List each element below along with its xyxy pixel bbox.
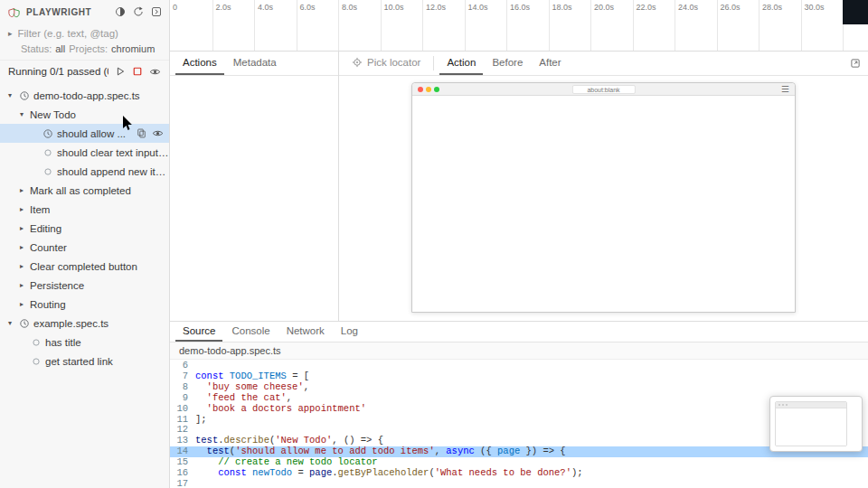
circle-icon [30, 357, 42, 366]
copy-icon[interactable] [137, 128, 146, 138]
tree-item-example-spec-ts[interactable]: ▾example.spec.ts [0, 314, 169, 333]
tab-label: Action [447, 57, 476, 68]
chevron-down-icon[interactable]: ▾ [17, 110, 26, 118]
timeline[interactable]: 02.0s4.0s6.0s8.0s10.0s12.0s14.0s16.0s18.… [170, 0, 868, 52]
tick-label: 24.0s [678, 3, 698, 12]
tree-item-label: get started link [45, 356, 169, 367]
code-editor[interactable]: 67const TODO_ITEMS = [8 'buy some cheese… [170, 360, 868, 488]
chevron-right-icon[interactable]: ▸ [17, 262, 26, 270]
tree-item-demo-todo-app-spec-ts[interactable]: ▾demo-todo-app.spec.ts [0, 86, 169, 105]
filter-input[interactable] [18, 28, 161, 39]
tree-item-new-todo[interactable]: ▾New Todo [0, 105, 169, 124]
tab-network[interactable]: Network [279, 322, 332, 342]
status-value[interactable]: all [55, 43, 65, 54]
playwright-logo-icon [7, 5, 21, 19]
filter-chevron-icon[interactable]: ▸ [8, 29, 13, 38]
snapshot-area: about:blank ☰ [339, 76, 868, 321]
chevron-right-icon[interactable]: ▸ [17, 243, 26, 251]
tab-label: Metadata [233, 57, 277, 68]
tree-item-counter[interactable]: ▸Counter [0, 238, 169, 257]
snapshot-preview-popup[interactable] [769, 396, 863, 452]
tree-item-should-clear-text-input-fiel[interactable]: should clear text input fiel... [0, 143, 169, 162]
line-number: 10 [170, 404, 195, 415]
chevron-right-icon[interactable]: ▸ [17, 300, 26, 308]
tick-label: 26.0s [721, 3, 741, 12]
tree-item-should-append-new-items[interactable]: should append new items... [0, 162, 169, 181]
tree-item-label: Clear completed button [30, 261, 169, 272]
popout-window-icon[interactable] [848, 52, 863, 75]
clock-icon [42, 128, 53, 139]
tick-label: 16.0s [510, 3, 530, 12]
tree-item-should-allow[interactable]: should allow ... [0, 124, 169, 143]
sidebar: PLAYWRIGHT ▸ Status: all Projects: chrom… [0, 0, 170, 488]
projects-value[interactable]: chromium [111, 43, 155, 54]
main-area: 02.0s4.0s6.0s8.0s10.0s12.0s14.0s16.0s18.… [170, 0, 868, 488]
run-all-play-icon[interactable] [115, 66, 126, 77]
chevron-down-icon[interactable]: ▾ [5, 319, 14, 327]
tab-label: Source [183, 325, 215, 336]
timeline-tick: 28.0s [759, 0, 801, 51]
chevron-right-icon[interactable]: ▸ [17, 205, 26, 213]
color-scheme-toggle-icon[interactable] [115, 6, 126, 17]
browser-page-blank [412, 96, 795, 312]
tree-item-label: demo-todo-app.spec.ts [33, 90, 169, 101]
browser-snapshot: about:blank ☰ [411, 82, 796, 313]
circle-icon [42, 167, 53, 176]
eye-icon[interactable] [152, 127, 164, 139]
tab-source[interactable]: Source [175, 322, 222, 342]
chevron-right-icon[interactable]: ▸ [17, 186, 26, 194]
tree-item-label: New Todo [30, 109, 169, 120]
tree-item-routing[interactable]: ▸Routing [0, 295, 169, 314]
chevron-right-icon[interactable]: ▸ [17, 224, 26, 232]
tab-label: Actions [183, 57, 217, 68]
tree-item-label: Routing [30, 299, 169, 310]
tree-item-label: Mark all as completed [30, 185, 169, 196]
chevron-down-icon[interactable]: ▾ [5, 91, 14, 99]
tab-after[interactable]: After [532, 52, 568, 75]
chevron-right-icon[interactable]: ▸ [17, 281, 26, 289]
tree-item-item[interactable]: ▸Item [0, 200, 169, 219]
timeline-tick: 22.0s [633, 0, 675, 51]
stop-icon[interactable] [132, 66, 143, 77]
code-line-10: 10 'book a doctors appointment' [170, 404, 868, 415]
tab-actions[interactable]: Actions [175, 52, 224, 75]
tree-item-has-title[interactable]: has title [0, 333, 169, 352]
tree-item-mark-all-as-completed[interactable]: ▸Mark all as completed [0, 181, 169, 200]
tree-item-label: should allow ... [57, 128, 133, 139]
tab-metadata[interactable]: Metadata [226, 52, 284, 75]
tree-item-label: Counter [30, 242, 169, 253]
line-number: 8 [170, 382, 195, 393]
code-text: const newTodo = page.getByPlaceholder('W… [195, 468, 583, 479]
tick-label: 8.0s [342, 3, 357, 12]
watch-all-eye-icon[interactable] [149, 66, 161, 78]
tab-log[interactable]: Log [334, 322, 365, 342]
reload-icon[interactable] [133, 6, 144, 17]
tab-before[interactable]: Before [485, 52, 530, 75]
code-line-11: 11]; [170, 415, 868, 426]
browser-titlebar: about:blank ☰ [412, 83, 795, 96]
tree-item-editing[interactable]: ▸Editing [0, 219, 169, 238]
circle-icon [30, 338, 42, 347]
tree-item-clear-completed-button[interactable]: ▸Clear completed button [0, 257, 169, 276]
code-text: 'book a doctors appointment' [195, 404, 366, 415]
tree-item-label: has title [45, 337, 169, 348]
mini-dot-icon [782, 404, 784, 406]
tab-action[interactable]: Action [439, 52, 483, 75]
tick-label: 20.0s [594, 3, 614, 12]
tick-label: 0 [173, 3, 177, 12]
tree-item-persistence[interactable]: ▸Persistence [0, 276, 169, 295]
mini-browser-titlebar [776, 402, 846, 408]
tab-pick-locator[interactable]: Pick locator [344, 52, 428, 75]
run-status-text: Running 0/1 passed (0%) [8, 66, 108, 77]
tick-label: 2.0s [216, 3, 231, 12]
tab-label: After [539, 57, 561, 68]
timeline-ruler: 02.0s4.0s6.0s8.0s10.0s12.0s14.0s16.0s18.… [170, 0, 868, 51]
traffic-lights [418, 87, 439, 92]
tab-console[interactable]: Console [224, 322, 277, 342]
tick-label: 28.0s [762, 3, 782, 12]
code-line-17: 17 [170, 479, 868, 488]
middle-panels: ActionsMetadata Pick locatorActionBefore… [170, 52, 868, 321]
open-external-icon[interactable] [151, 6, 162, 17]
tree-item-label: example.spec.ts [33, 318, 169, 329]
tree-item-get-started-link[interactable]: get started link [0, 352, 169, 371]
